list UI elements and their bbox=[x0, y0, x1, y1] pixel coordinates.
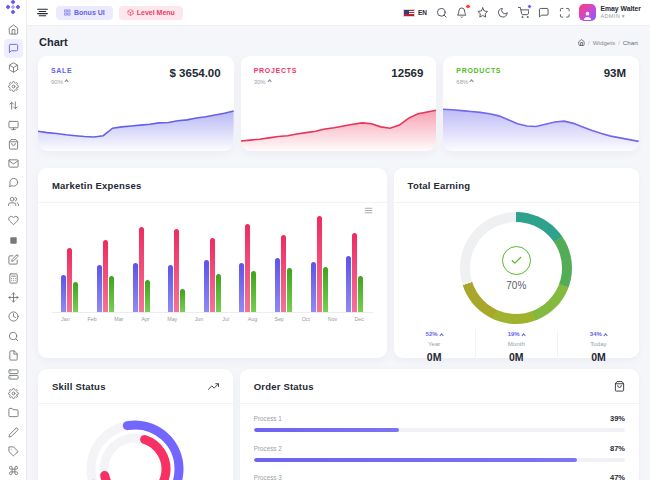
moon-icon[interactable] bbox=[497, 7, 509, 19]
header-badges: Bonus UILevel Menu bbox=[56, 6, 183, 20]
x-axis-label: Jan bbox=[52, 316, 79, 322]
sidebar-item-file[interactable] bbox=[4, 346, 23, 365]
bar-series-purple[interactable] bbox=[168, 265, 173, 312]
breadcrumb: /Widgets/Chart bbox=[578, 39, 638, 46]
sidebar-item-server[interactable] bbox=[4, 365, 23, 384]
trending-up-icon[interactable] bbox=[208, 381, 219, 392]
bar-series-purple[interactable] bbox=[133, 263, 138, 312]
sidebar-item-settings[interactable] bbox=[4, 384, 23, 403]
sidebar-item-users[interactable] bbox=[4, 192, 23, 211]
home-icon[interactable] bbox=[578, 39, 585, 46]
progress-percent: 39% bbox=[610, 414, 625, 423]
sidebar-item-mail[interactable] bbox=[4, 154, 23, 173]
total-earning-card: Total Earning 70% 52% Year0M19% Month0M3… bbox=[394, 168, 639, 358]
sidebar-item-settings[interactable] bbox=[4, 77, 23, 96]
sidebar-item-command[interactable] bbox=[4, 461, 23, 480]
x-axis-label: May bbox=[159, 316, 186, 322]
x-axis-label: Dec bbox=[346, 316, 373, 322]
bar-series-pink[interactable] bbox=[210, 238, 215, 312]
bar-series-purple[interactable] bbox=[311, 262, 316, 312]
sidebar-item-home[interactable] bbox=[4, 20, 23, 39]
bar-series-green[interactable] bbox=[287, 268, 292, 312]
sidebar-item-message-square-active[interactable] bbox=[4, 39, 23, 58]
progress-track bbox=[254, 428, 625, 432]
stat-card-projects: PROJECTS30% 12569 bbox=[241, 56, 437, 151]
progress-percent: 47% bbox=[610, 473, 625, 480]
bar-series-green[interactable] bbox=[323, 267, 328, 312]
x-axis-label: Sep bbox=[266, 316, 293, 322]
sidebar-item-edit[interactable] bbox=[4, 250, 23, 269]
bar-series-green[interactable] bbox=[109, 276, 114, 312]
bar-series-pink[interactable] bbox=[317, 216, 322, 312]
bar-series-green[interactable] bbox=[358, 276, 363, 312]
maximize-icon[interactable] bbox=[559, 7, 571, 19]
bar-group bbox=[275, 235, 292, 312]
bell-icon[interactable] bbox=[456, 7, 468, 19]
bar-series-pink[interactable] bbox=[103, 240, 108, 312]
language-selector[interactable]: EN bbox=[403, 9, 427, 17]
products-sparkline bbox=[443, 101, 639, 151]
page-title: Chart bbox=[39, 36, 68, 48]
bar-series-pink[interactable] bbox=[245, 224, 250, 312]
stat-label: PROJECTS bbox=[254, 67, 297, 74]
bar-group bbox=[168, 229, 185, 312]
notification-dot bbox=[465, 4, 471, 10]
search-icon[interactable] bbox=[436, 7, 448, 19]
sidebar-item-calculator[interactable] bbox=[4, 269, 23, 288]
bar-series-purple[interactable] bbox=[61, 275, 66, 312]
message-square-icon[interactable] bbox=[538, 7, 550, 19]
bar-series-purple[interactable] bbox=[239, 263, 244, 312]
bar-series-green[interactable] bbox=[73, 282, 78, 312]
progress-label: Process 2 bbox=[254, 445, 282, 452]
shopping-bag-icon[interactable] bbox=[614, 381, 625, 392]
bar-series-purple[interactable] bbox=[275, 258, 280, 312]
user-menu[interactable]: Emay Walter Admin ▾ bbox=[579, 4, 641, 21]
sidebar-item-tag[interactable] bbox=[4, 442, 23, 461]
breadcrumb-item: Chart bbox=[623, 39, 638, 46]
breadcrumb-item[interactable]: Widgets bbox=[593, 39, 615, 46]
page-content: SALE90% $ 3654.00PROJECTS30% 12569PRODUC… bbox=[27, 56, 650, 480]
sidebar-item-heart[interactable] bbox=[4, 211, 23, 230]
x-axis-label: Jun bbox=[186, 316, 213, 322]
bar-series-green[interactable] bbox=[145, 280, 150, 312]
sidebar-item-pen[interactable] bbox=[4, 422, 23, 441]
bar-series-purple[interactable] bbox=[204, 260, 209, 312]
skill-status-title: Skill Status bbox=[52, 381, 106, 392]
sidebar-item-search[interactable] bbox=[4, 327, 23, 346]
page-title-bar: Chart /Widgets/Chart bbox=[27, 26, 650, 56]
bar-series-pink[interactable] bbox=[352, 233, 357, 312]
bar-series-green[interactable] bbox=[180, 289, 185, 312]
total-earning-chart: 70% 52% Year0M19% Month0M34% Today0M bbox=[394, 203, 639, 374]
bar-series-green[interactable] bbox=[216, 274, 221, 312]
sidebar-item-clock[interactable] bbox=[4, 307, 23, 326]
app-logo[interactable] bbox=[0, 0, 26, 15]
sidebar-item-message-circle[interactable] bbox=[4, 173, 23, 192]
chart-menu-icon[interactable] bbox=[364, 206, 373, 217]
dashboard-app: Bonus UILevel Menu EN Emay Walter Admin … bbox=[0, 0, 650, 480]
star-icon[interactable] bbox=[477, 7, 489, 19]
sidebar-item-folder[interactable] bbox=[4, 403, 23, 422]
main-area: Bonus UILevel Menu EN Emay Walter Admin … bbox=[27, 0, 650, 480]
menu-toggle-icon[interactable] bbox=[36, 6, 49, 19]
badge-level-menu[interactable]: Level Menu bbox=[119, 6, 183, 20]
sidebar-item-move[interactable] bbox=[4, 288, 23, 307]
bar-series-pink[interactable] bbox=[281, 235, 286, 312]
bar-series-purple[interactable] bbox=[97, 265, 102, 312]
progress-label: Process 1 bbox=[254, 415, 282, 422]
language-label: EN bbox=[418, 9, 427, 16]
bar-series-purple[interactable] bbox=[346, 256, 351, 312]
sidebar-item-box[interactable] bbox=[4, 58, 23, 77]
stat-card-sale: SALE90% $ 3654.00 bbox=[38, 56, 234, 151]
avatar bbox=[579, 4, 596, 21]
bar-series-pink[interactable] bbox=[174, 229, 179, 312]
badge-bonus-ui[interactable]: Bonus UI bbox=[56, 6, 113, 20]
sidebar-item-square[interactable] bbox=[4, 231, 23, 250]
bar-series-pink[interactable] bbox=[139, 227, 144, 312]
header-actions: EN Emay Walter Admin ▾ bbox=[403, 4, 641, 21]
sidebar-item-swap-vertical[interactable] bbox=[4, 96, 23, 115]
bar-series-pink[interactable] bbox=[67, 248, 72, 312]
sidebar-item-monitor[interactable] bbox=[4, 115, 23, 134]
sidebar-item-shopping-bag[interactable] bbox=[4, 135, 23, 154]
bar-series-green[interactable] bbox=[251, 271, 256, 312]
shopping-cart-icon[interactable] bbox=[518, 7, 530, 19]
